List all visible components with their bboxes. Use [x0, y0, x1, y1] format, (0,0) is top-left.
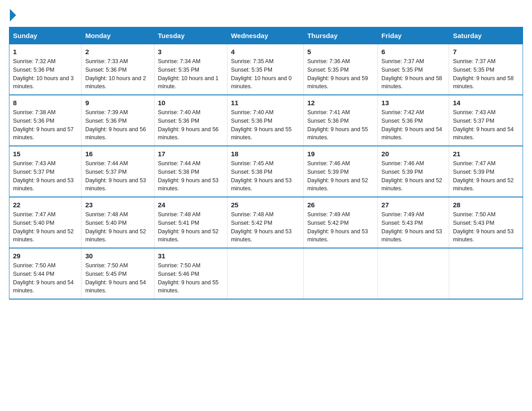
day-info: Sunrise: 7:45 AMSunset: 5:38 PMDaylight:…	[231, 160, 292, 192]
weekday-header: Tuesday	[154, 27, 227, 44]
day-number: 30	[85, 252, 150, 260]
day-info: Sunrise: 7:50 AMSunset: 5:44 PMDaylight:…	[13, 262, 74, 294]
weekday-header: Monday	[82, 27, 154, 44]
calendar-day-cell: 10 Sunrise: 7:40 AMSunset: 5:36 PMDaylig…	[154, 95, 227, 146]
day-info: Sunrise: 7:43 AMSunset: 5:37 PMDaylight:…	[13, 160, 74, 192]
weekday-header: Friday	[378, 27, 449, 44]
day-number: 15	[13, 150, 77, 158]
day-number: 6	[382, 48, 446, 56]
day-info: Sunrise: 7:46 AMSunset: 5:39 PMDaylight:…	[307, 160, 368, 192]
day-number: 27	[382, 201, 446, 209]
calendar-day-cell: 17 Sunrise: 7:44 AMSunset: 5:38 PMDaylig…	[154, 146, 227, 197]
calendar-day-cell: 14 Sunrise: 7:43 AMSunset: 5:37 PMDaylig…	[449, 95, 523, 146]
day-info: Sunrise: 7:38 AMSunset: 5:36 PMDaylight:…	[13, 109, 74, 141]
calendar-day-cell: 18 Sunrise: 7:45 AMSunset: 5:38 PMDaylig…	[227, 146, 304, 197]
day-info: Sunrise: 7:35 AMSunset: 5:35 PMDaylight:…	[231, 58, 292, 90]
calendar-week-row: 8 Sunrise: 7:38 AMSunset: 5:36 PMDayligh…	[9, 95, 523, 146]
calendar-day-cell	[304, 248, 378, 299]
calendar-day-cell: 16 Sunrise: 7:44 AMSunset: 5:37 PMDaylig…	[82, 146, 154, 197]
calendar-day-cell	[227, 248, 304, 299]
day-number: 29	[13, 252, 77, 260]
logo	[9, 9, 16, 20]
calendar-day-cell: 29 Sunrise: 7:50 AMSunset: 5:44 PMDaylig…	[9, 248, 82, 299]
calendar-day-cell: 21 Sunrise: 7:47 AMSunset: 5:39 PMDaylig…	[449, 146, 523, 197]
day-number: 8	[13, 99, 77, 107]
calendar-day-cell: 31 Sunrise: 7:50 AMSunset: 5:46 PMDaylig…	[154, 248, 227, 299]
day-number: 21	[453, 150, 519, 158]
calendar-day-cell: 4 Sunrise: 7:35 AMSunset: 5:35 PMDayligh…	[227, 44, 304, 95]
day-info: Sunrise: 7:37 AMSunset: 5:35 PMDaylight:…	[382, 58, 442, 90]
day-number: 19	[307, 150, 374, 158]
day-info: Sunrise: 7:37 AMSunset: 5:35 PMDaylight:…	[453, 58, 514, 90]
day-info: Sunrise: 7:41 AMSunset: 5:36 PMDaylight:…	[307, 109, 368, 141]
calendar-day-cell: 7 Sunrise: 7:37 AMSunset: 5:35 PMDayligh…	[449, 44, 523, 95]
calendar-day-cell	[378, 248, 449, 299]
logo-arrow-icon	[10, 9, 16, 21]
day-number: 18	[231, 150, 300, 158]
day-info: Sunrise: 7:48 AMSunset: 5:40 PMDaylight:…	[85, 211, 146, 243]
day-info: Sunrise: 7:39 AMSunset: 5:36 PMDaylight:…	[85, 109, 146, 141]
day-number: 14	[453, 99, 519, 107]
day-info: Sunrise: 7:50 AMSunset: 5:43 PMDaylight:…	[453, 211, 514, 243]
day-number: 3	[158, 48, 223, 56]
day-info: Sunrise: 7:47 AMSunset: 5:40 PMDaylight:…	[13, 211, 74, 243]
day-info: Sunrise: 7:49 AMSunset: 5:43 PMDaylight:…	[382, 211, 442, 243]
day-info: Sunrise: 7:50 AMSunset: 5:46 PMDaylight:…	[158, 262, 219, 294]
calendar-day-cell: 12 Sunrise: 7:41 AMSunset: 5:36 PMDaylig…	[304, 95, 378, 146]
weekday-header: Thursday	[304, 27, 378, 44]
calendar-day-cell: 23 Sunrise: 7:48 AMSunset: 5:40 PMDaylig…	[82, 197, 154, 248]
calendar-day-cell: 30 Sunrise: 7:50 AMSunset: 5:45 PMDaylig…	[82, 248, 154, 299]
day-info: Sunrise: 7:46 AMSunset: 5:39 PMDaylight:…	[382, 160, 442, 192]
calendar-week-row: 29 Sunrise: 7:50 AMSunset: 5:44 PMDaylig…	[9, 248, 523, 299]
day-number: 22	[13, 201, 77, 209]
calendar-day-cell: 28 Sunrise: 7:50 AMSunset: 5:43 PMDaylig…	[449, 197, 523, 248]
day-info: Sunrise: 7:44 AMSunset: 5:38 PMDaylight:…	[158, 160, 219, 192]
calendar-week-row: 22 Sunrise: 7:47 AMSunset: 5:40 PMDaylig…	[9, 197, 523, 248]
day-number: 4	[231, 48, 300, 56]
calendar-day-cell: 20 Sunrise: 7:46 AMSunset: 5:39 PMDaylig…	[378, 146, 449, 197]
day-info: Sunrise: 7:40 AMSunset: 5:36 PMDaylight:…	[231, 109, 292, 141]
day-info: Sunrise: 7:36 AMSunset: 5:35 PMDaylight:…	[307, 58, 368, 90]
day-number: 7	[453, 48, 519, 56]
weekday-header-row: SundayMondayTuesdayWednesdayThursdayFrid…	[9, 27, 523, 44]
day-info: Sunrise: 7:49 AMSunset: 5:42 PMDaylight:…	[307, 211, 368, 243]
calendar-day-cell: 13 Sunrise: 7:42 AMSunset: 5:36 PMDaylig…	[378, 95, 449, 146]
day-number: 11	[231, 99, 300, 107]
day-info: Sunrise: 7:42 AMSunset: 5:36 PMDaylight:…	[382, 109, 442, 141]
calendar-week-row: 1 Sunrise: 7:32 AMSunset: 5:36 PMDayligh…	[9, 44, 523, 95]
day-number: 31	[158, 252, 223, 260]
calendar-day-cell: 15 Sunrise: 7:43 AMSunset: 5:37 PMDaylig…	[9, 146, 82, 197]
calendar-day-cell: 24 Sunrise: 7:48 AMSunset: 5:41 PMDaylig…	[154, 197, 227, 248]
page-header	[9, 9, 523, 20]
calendar-day-cell: 22 Sunrise: 7:47 AMSunset: 5:40 PMDaylig…	[9, 197, 82, 248]
day-number: 16	[85, 150, 150, 158]
day-number: 10	[158, 99, 223, 107]
weekday-header: Wednesday	[227, 27, 304, 44]
calendar-day-cell: 1 Sunrise: 7:32 AMSunset: 5:36 PMDayligh…	[9, 44, 82, 95]
calendar-day-cell	[449, 248, 523, 299]
day-info: Sunrise: 7:34 AMSunset: 5:35 PMDaylight:…	[158, 58, 219, 90]
day-info: Sunrise: 7:43 AMSunset: 5:37 PMDaylight:…	[453, 109, 514, 141]
day-info: Sunrise: 7:44 AMSunset: 5:37 PMDaylight:…	[85, 160, 146, 192]
calendar-table: SundayMondayTuesdayWednesdayThursdayFrid…	[9, 27, 523, 300]
day-number: 12	[307, 99, 374, 107]
day-number: 2	[85, 48, 150, 56]
day-info: Sunrise: 7:48 AMSunset: 5:41 PMDaylight:…	[158, 211, 219, 243]
weekday-header: Saturday	[449, 27, 523, 44]
day-number: 23	[85, 201, 150, 209]
day-number: 24	[158, 201, 223, 209]
day-number: 13	[382, 99, 446, 107]
day-number: 17	[158, 150, 223, 158]
calendar-day-cell: 3 Sunrise: 7:34 AMSunset: 5:35 PMDayligh…	[154, 44, 227, 95]
day-number: 20	[382, 150, 446, 158]
calendar-day-cell: 27 Sunrise: 7:49 AMSunset: 5:43 PMDaylig…	[378, 197, 449, 248]
calendar-day-cell: 9 Sunrise: 7:39 AMSunset: 5:36 PMDayligh…	[82, 95, 154, 146]
day-number: 26	[307, 201, 374, 209]
day-info: Sunrise: 7:33 AMSunset: 5:36 PMDaylight:…	[85, 58, 146, 90]
day-info: Sunrise: 7:40 AMSunset: 5:36 PMDaylight:…	[158, 109, 219, 141]
calendar-day-cell: 11 Sunrise: 7:40 AMSunset: 5:36 PMDaylig…	[227, 95, 304, 146]
weekday-header: Sunday	[9, 27, 82, 44]
calendar-day-cell: 26 Sunrise: 7:49 AMSunset: 5:42 PMDaylig…	[304, 197, 378, 248]
day-info: Sunrise: 7:48 AMSunset: 5:42 PMDaylight:…	[231, 211, 292, 243]
calendar-day-cell: 19 Sunrise: 7:46 AMSunset: 5:39 PMDaylig…	[304, 146, 378, 197]
